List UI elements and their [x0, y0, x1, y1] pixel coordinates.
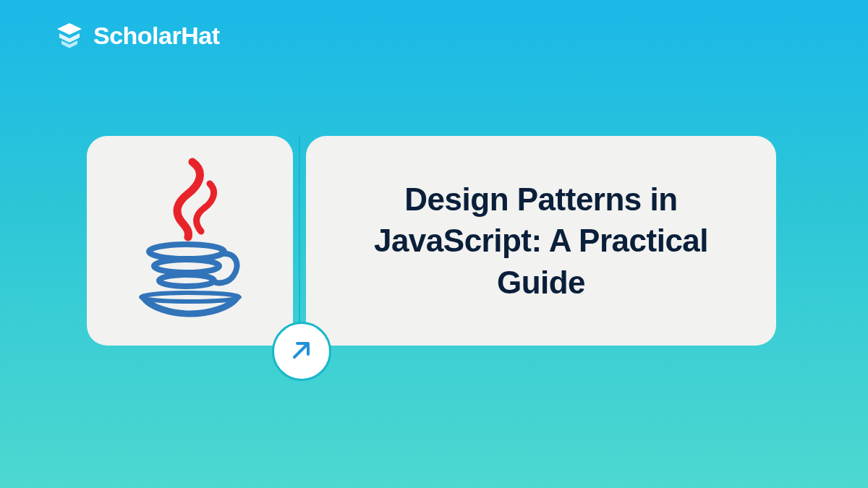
- brand-name: ScholarHat: [93, 22, 220, 50]
- arrow-badge: [272, 322, 331, 381]
- content-card: Design Patterns in JavaScript: A Practic…: [87, 136, 776, 346]
- scholarhat-icon: [54, 20, 85, 51]
- svg-point-1: [154, 260, 219, 273]
- arrow-up-right-icon: [289, 337, 315, 366]
- java-icon: [129, 156, 252, 325]
- svg-point-2: [159, 275, 214, 286]
- brand-logo: ScholarHat: [54, 20, 220, 51]
- title-card: Design Patterns in JavaScript: A Practic…: [306, 136, 776, 346]
- feature-image-card: [87, 136, 293, 346]
- page-title: Design Patterns in JavaScript: A Practic…: [342, 179, 740, 303]
- svg-point-3: [141, 293, 239, 301]
- card-divider: [299, 136, 300, 346]
